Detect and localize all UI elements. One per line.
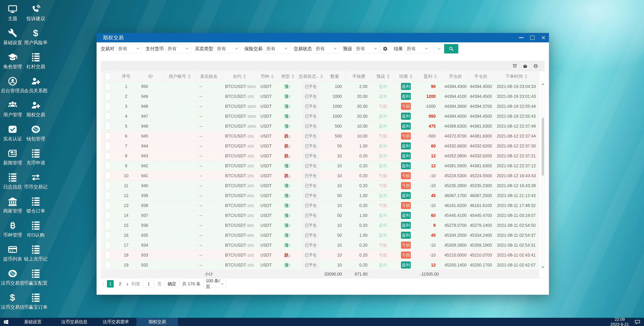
sort-icon[interactable] xyxy=(271,74,274,79)
desktop-icon-5[interactable]: 角色管理 xyxy=(1,50,24,74)
desktop-icon-21[interactable]: 提币列表 xyxy=(1,242,24,266)
sort-icon[interactable] xyxy=(434,74,437,79)
desktop-icon-14[interactable]: 充币申请 xyxy=(24,146,47,170)
filter-settings-button[interactable] xyxy=(381,44,390,54)
toolbar-print-button[interactable] xyxy=(532,62,540,70)
taskbar-clock[interactable]: 22:092022-6-21 xyxy=(610,317,629,326)
desktop-icon-24[interactable]: 币赢宝配置 xyxy=(24,266,47,290)
page-size-select[interactable]: 100 条/页 xyxy=(204,280,226,288)
column-header-status[interactable]: 交易状态.. xyxy=(298,71,324,82)
page-number-2[interactable]: 2 xyxy=(117,280,124,287)
maximize-button[interactable] xyxy=(527,33,538,42)
sort-icon[interactable] xyxy=(243,74,246,79)
select-all-checkbox[interactable] xyxy=(105,73,110,80)
desktop-icon-4[interactable]: $用户风险率 xyxy=(24,26,47,50)
row-checkbox[interactable] xyxy=(105,122,110,130)
desktop-icon-6[interactable]: 杠杆交易 xyxy=(24,50,47,74)
confirm-button[interactable]: 确定 xyxy=(165,280,179,288)
row-checkbox[interactable] xyxy=(105,222,110,229)
filter-select-4[interactable]: 所有 xyxy=(264,44,290,54)
column-header-coin[interactable]: 币种 xyxy=(257,71,277,82)
column-header-preset[interactable]: 预设 xyxy=(372,71,394,82)
desktop-icon-1[interactable]: 主题 xyxy=(1,2,24,26)
taskbar-item-1[interactable]: 基础设置 xyxy=(12,318,54,326)
row-checkbox[interactable] xyxy=(105,232,110,239)
start-button[interactable] xyxy=(0,318,12,326)
goto-page-input[interactable] xyxy=(143,280,154,288)
filter-select-7[interactable]: 所有 xyxy=(404,44,430,54)
column-header-account[interactable]: 用户账号 xyxy=(163,71,196,82)
taskbar-item-3[interactable]: 法币交易需求 xyxy=(95,318,136,326)
desktop-icon-10[interactable]: 期权交易 xyxy=(24,98,47,122)
desktop-icon-8[interactable]: 会员关系图 xyxy=(24,74,47,98)
toolbar-columns-button[interactable] xyxy=(511,62,519,70)
desktop-icon-16[interactable]: 币币交易记 xyxy=(24,170,47,194)
filter-select-6[interactable]: 所有 xyxy=(354,44,379,54)
row-checkbox[interactable] xyxy=(105,261,110,269)
desktop-icon-9[interactable]: 用户管理 xyxy=(1,98,24,122)
row-checkbox[interactable] xyxy=(105,152,110,159)
sort-icon[interactable] xyxy=(292,74,294,79)
prev-page-button[interactable]: ‹ xyxy=(102,281,104,287)
column-header-result[interactable]: 结果 xyxy=(394,71,418,82)
page-number-1[interactable]: 1 xyxy=(107,280,114,287)
desktop-icon-2[interactable]: 投诉建议 xyxy=(24,2,47,26)
taskbar-item-2[interactable]: 法币交易信息 xyxy=(54,318,95,326)
table-scrollbar[interactable] xyxy=(541,81,545,270)
column-header-contract[interactable]: 合约 xyxy=(222,71,257,82)
row-checkbox[interactable] xyxy=(105,202,110,209)
row-checkbox[interactable] xyxy=(105,192,110,199)
toolbar-export-button[interactable] xyxy=(521,62,529,70)
taskbar-item-4[interactable]: 期权交易 xyxy=(136,318,178,326)
row-checkbox[interactable] xyxy=(105,212,110,219)
sort-icon[interactable] xyxy=(387,74,390,79)
row-checkbox[interactable] xyxy=(105,142,110,150)
row-checkbox[interactable] xyxy=(105,132,110,140)
row-checkbox[interactable] xyxy=(105,172,110,179)
desktop-icon-26[interactable]: 币赢宝订单 xyxy=(24,290,47,314)
desktop-icon-18[interactable]: 锁仓订单 xyxy=(24,194,47,218)
scroll-down-icon[interactable] xyxy=(541,265,544,269)
row-checkbox[interactable] xyxy=(105,112,110,120)
desktop-icon-11[interactable]: 实名认证 xyxy=(1,122,24,146)
desktop-icon-7[interactable]: 后台管理员 xyxy=(1,74,24,98)
notification-bubble-button[interactable] xyxy=(634,319,640,325)
filter-select-1[interactable]: 所有 xyxy=(116,44,142,54)
column-header-type[interactable]: 类型 xyxy=(277,71,298,82)
desktop-icon-15[interactable]: 日志信息 xyxy=(1,170,24,194)
desktop-icon-3[interactable]: 基础设置 xyxy=(1,26,24,50)
desktop-icon-22[interactable]: 链上充币记 xyxy=(24,242,47,266)
close-button[interactable] xyxy=(538,33,549,42)
sort-icon[interactable] xyxy=(524,74,527,79)
row-checkbox[interactable] xyxy=(105,162,110,170)
row-checkbox[interactable] xyxy=(105,182,110,189)
sort-icon[interactable] xyxy=(320,74,323,79)
filter-select-5[interactable]: 所有 xyxy=(314,44,339,54)
scroll-up-icon[interactable] xyxy=(541,82,544,86)
desktop-icon-20[interactable]: IEO认购 xyxy=(24,218,47,242)
next-page-button[interactable]: › xyxy=(126,281,128,287)
column-header-time[interactable]: 下单时间 xyxy=(494,71,539,82)
desktop-icon-12[interactable]: 钱包管理 xyxy=(24,122,47,146)
desktop-icon-25[interactable]: $法币交易信 xyxy=(1,290,24,314)
column-header-profit[interactable]: 盈利 xyxy=(418,71,443,82)
desktop-icon-23[interactable]: 法币交易需 xyxy=(1,266,24,290)
window-titlebar[interactable]: 期权交易 xyxy=(96,33,549,42)
filter-select-2[interactable]: 所有 xyxy=(166,44,191,54)
minimize-button[interactable] xyxy=(516,33,527,42)
row-checkbox[interactable] xyxy=(105,103,110,110)
row-checkbox[interactable] xyxy=(105,83,110,90)
row-checkbox[interactable] xyxy=(105,241,110,249)
desktop-icon-17[interactable]: 商家管理 xyxy=(1,194,24,218)
row-checkbox[interactable] xyxy=(105,93,110,100)
search-dropdown-toggle[interactable] xyxy=(434,44,444,54)
sort-icon[interactable] xyxy=(188,74,190,79)
sort-icon[interactable] xyxy=(410,74,412,79)
desktop-icon-13[interactable]: 新闻管理 xyxy=(1,146,24,170)
row-checkbox[interactable] xyxy=(105,251,110,259)
search-button[interactable] xyxy=(444,44,458,54)
filter-select-3[interactable]: 所有 xyxy=(215,44,240,54)
desktop-icon-19[interactable]: B币种管理 xyxy=(1,218,24,242)
scrollbar-thumb[interactable] xyxy=(542,118,544,176)
cell-time: 2021-08-12 22:37:49 xyxy=(494,121,539,131)
